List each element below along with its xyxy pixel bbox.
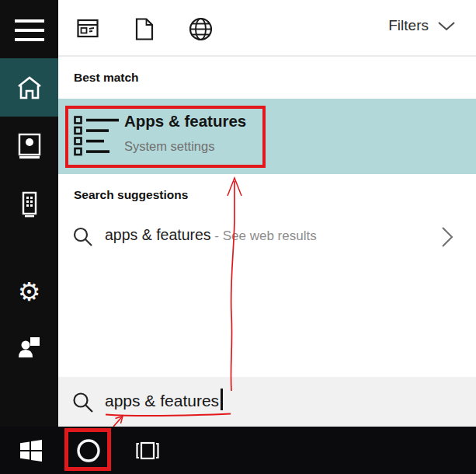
start-button[interactable] (11, 427, 51, 474)
suggestion-hint: - See web results (211, 228, 317, 243)
search-icon (72, 226, 94, 248)
annotation-arrow-line (231, 181, 235, 391)
feedback-icon (18, 336, 41, 358)
apps-filter-icon[interactable] (77, 19, 99, 39)
best-match-result[interactable]: Apps & features System settings (58, 99, 476, 174)
device-icon (20, 191, 39, 218)
taskbar (0, 427, 476, 474)
result-subtitle: System settings (124, 139, 214, 154)
search-suggestions-header: Search suggestions (74, 188, 188, 202)
start-sidebar: ⚙ (0, 0, 58, 427)
sidebar-item-home[interactable] (0, 58, 58, 117)
sidebar-item-settings[interactable]: ⚙ (0, 272, 58, 311)
apps-and-features-icon (74, 116, 119, 156)
suggestion-text: apps & features - See web results (105, 226, 317, 244)
annotation-arrow-head (228, 178, 241, 196)
text-cursor (221, 389, 223, 410)
search-input-value: apps & features (105, 392, 219, 410)
chevron-down-icon (437, 21, 456, 31)
windows-logo-icon (20, 440, 42, 462)
web-filter-icon[interactable] (189, 17, 213, 41)
sidebar-item-feedback[interactable] (0, 328, 58, 367)
home-icon (16, 75, 43, 100)
hamburger-icon (15, 38, 44, 41)
documents-filter-icon[interactable] (135, 18, 154, 40)
sidebar-item-device[interactable] (0, 185, 58, 224)
suggestion-query: apps & features (105, 226, 211, 243)
hamburger-icon (15, 29, 44, 32)
settings-gear-icon: ⚙ (18, 279, 41, 305)
hamburger-icon (15, 19, 44, 23)
filters-label: Filters (388, 17, 429, 34)
search-input[interactable]: apps & features (105, 389, 223, 410)
hamburger-menu-button[interactable] (0, 11, 58, 50)
search-top-bar: Filters (58, 0, 476, 57)
cortana-circle-icon (75, 437, 102, 464)
task-view-button[interactable] (126, 427, 169, 474)
filters-dropdown[interactable]: Filters (388, 17, 456, 34)
account-icon (18, 133, 41, 159)
web-suggestion-row[interactable]: apps & features - See web results (58, 220, 476, 256)
cortana-button[interactable] (68, 427, 109, 474)
sidebar-item-account[interactable] (0, 127, 58, 166)
chevron-right-icon (440, 225, 454, 249)
windows-start-search-panel: ⚙ Filters (0, 0, 476, 474)
search-bar[interactable]: apps & features (58, 377, 476, 427)
search-icon (71, 391, 95, 414)
task-view-icon (134, 441, 161, 460)
result-title: Apps & features (124, 112, 246, 131)
best-match-header: Best match (74, 71, 139, 85)
